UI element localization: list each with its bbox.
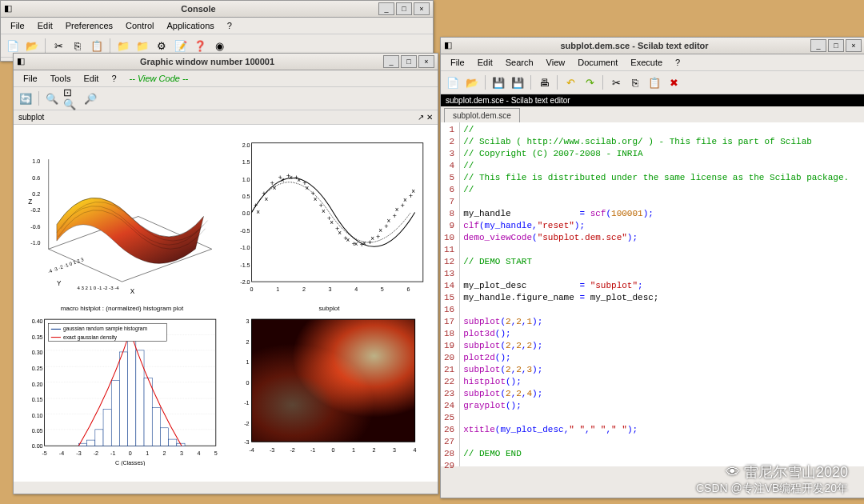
menu-edit[interactable]: Edit — [31, 19, 59, 32]
svg-text:×: × — [354, 241, 358, 248]
svg-rect-103 — [119, 352, 127, 446]
copy-icon[interactable]: ⎘ — [69, 37, 86, 54]
svg-text:-3: -3 — [76, 450, 81, 457]
graphic-window: ◧ Graphic window number 100001 _ □ × Fil… — [13, 53, 438, 494]
svg-text:0.05: 0.05 — [32, 428, 43, 434]
svg-text:1: 1 — [276, 286, 279, 293]
open-icon[interactable]: 📂 — [463, 74, 481, 91]
svg-text:1: 1 — [246, 359, 250, 366]
svg-text:3: 3 — [393, 447, 396, 454]
zoom-reset-icon[interactable]: 🔎 — [82, 90, 99, 107]
paste-icon[interactable]: 📋 — [88, 37, 106, 54]
maximize-button[interactable]: □ — [396, 2, 412, 15]
menu-applications[interactable]: Applications — [160, 19, 220, 32]
editor-window: ◧ subplot.dem.sce - Scilab text editor _… — [440, 37, 864, 498]
svg-text:-1.0: -1.0 — [30, 240, 40, 246]
close-button[interactable]: × — [846, 39, 862, 52]
minimize-button[interactable]: _ — [810, 39, 826, 52]
delete-icon[interactable]: ✖ — [665, 74, 682, 91]
svg-text:2: 2 — [302, 286, 306, 293]
svg-text:-2: -2 — [94, 450, 98, 457]
new-icon[interactable]: 📄 — [444, 74, 462, 91]
svg-text:Y: Y — [57, 280, 62, 287]
code-area[interactable]: 1234567891011121314151617181920212223242… — [441, 122, 864, 466]
plot2d: 2.01.51.00.50.0-0.5-1.0-1.5-2.0 0123456 … — [227, 131, 431, 302]
editor-app-icon: ◧ — [444, 40, 455, 51]
svg-text:1.0: 1.0 — [32, 158, 40, 165]
svg-text:0.2: 0.2 — [32, 191, 40, 198]
menu-file[interactable]: File — [4, 19, 31, 32]
svg-rect-108 — [160, 428, 168, 446]
folder-icon[interactable]: 📁 — [114, 37, 132, 54]
open-icon[interactable]: 📂 — [23, 37, 41, 54]
rotate-icon[interactable]: 🔄 — [17, 90, 34, 107]
svg-rect-109 — [169, 439, 177, 446]
graphic-titlebar[interactable]: ◧ Graphic window number 100001 _ □ × — [14, 54, 438, 70]
svg-text:0.40: 0.40 — [32, 318, 43, 325]
zoom-in-icon[interactable]: 🔍 — [43, 90, 61, 107]
svg-text:2: 2 — [246, 339, 250, 346]
console-title: Console — [18, 4, 378, 14]
menu-search[interactable]: Search — [499, 56, 540, 69]
print-icon[interactable]: 🖶 — [535, 74, 553, 91]
menu-tools[interactable]: Tools — [44, 72, 78, 85]
menu-file[interactable]: File — [17, 72, 44, 85]
text-icon[interactable]: 📝 — [172, 37, 190, 54]
menu-file[interactable]: File — [444, 56, 471, 69]
undo-icon[interactable]: ↶ — [562, 74, 579, 91]
minimize-button[interactable]: _ — [378, 2, 394, 15]
new-icon[interactable]: 📄 — [4, 37, 22, 54]
svg-text:-3: -3 — [270, 447, 274, 454]
menu-help[interactable]: ? — [221, 19, 238, 32]
help-icon[interactable]: ❓ — [191, 37, 209, 54]
redo-icon[interactable]: ↷ — [581, 74, 598, 91]
close-button[interactable]: × — [414, 2, 430, 15]
line-gutter: 1234567891011121314151617181920212223242… — [441, 122, 460, 466]
close-button[interactable]: × — [418, 55, 434, 68]
menu-execute[interactable]: Execute — [624, 56, 669, 69]
file-tab[interactable]: subplot.dem.sce — [444, 108, 520, 122]
paste-icon[interactable]: 📋 — [646, 74, 663, 91]
saveas-icon[interactable]: 💾 — [509, 74, 526, 91]
code-text[interactable]: // // Scilab ( http://www.scilab.org/ ) … — [460, 122, 852, 466]
menu-help[interactable]: ? — [669, 56, 686, 69]
svg-text:-5: -5 — [42, 450, 46, 457]
svg-text:1.0: 1.0 — [242, 177, 250, 183]
cut-icon[interactable]: ✂ — [607, 74, 625, 91]
svg-text:-0.2: -0.2 — [30, 207, 40, 214]
menu-view[interactable]: View — [540, 56, 572, 69]
folder2-icon[interactable]: 📁 — [134, 37, 151, 54]
svg-text:×: × — [378, 227, 382, 234]
svg-text:0.5: 0.5 — [242, 194, 250, 200]
svg-rect-100 — [95, 430, 103, 446]
menu-preferences[interactable]: Preferences — [59, 19, 119, 32]
maximize-button[interactable]: □ — [401, 55, 417, 68]
view-code-link[interactable]: -- View Code -- — [123, 72, 195, 85]
svg-text:5: 5 — [214, 450, 218, 457]
legend1: gaussian random sample histogram — [63, 326, 147, 332]
maximize-button[interactable]: □ — [828, 39, 844, 52]
save-icon[interactable]: 💾 — [490, 74, 507, 91]
hist-xlabel: C (Classes) — [115, 460, 145, 466]
svg-text:4  3  2  1  0 -1 -2 -3 -4: 4 3 2 1 0 -1 -2 -3 -4 — [77, 285, 119, 290]
prefs-icon[interactable]: ⚙ — [153, 37, 170, 54]
console-titlebar[interactable]: ◧ Console _ □ × — [1, 1, 433, 18]
svg-text:-0.5: -0.5 — [240, 228, 250, 234]
menu-document[interactable]: Document — [571, 56, 624, 69]
menu-edit[interactable]: Edit — [471, 56, 499, 69]
svg-text:×: × — [411, 188, 415, 195]
demos-icon[interactable]: ◉ — [210, 37, 228, 54]
cut-icon[interactable]: ✂ — [50, 37, 67, 54]
plot-grid: 1.0 0.6 0.2 -0.2 -0.6 -1.0 Z — [14, 125, 438, 482]
menu-edit[interactable]: Edit — [77, 72, 105, 85]
svg-text:0.30: 0.30 — [32, 350, 43, 356]
minimize-button[interactable]: _ — [383, 55, 399, 68]
menu-control[interactable]: Control — [119, 19, 160, 32]
editor-titlebar[interactable]: ◧ subplot.dem.sce - Scilab text editor _… — [441, 38, 864, 54]
copy-icon[interactable]: ⎘ — [626, 74, 644, 91]
zoom-area-icon[interactable]: ⊡🔍 — [62, 90, 80, 107]
editor-title: subplot.dem.sce - Scilab text editor — [458, 41, 810, 50]
svg-text:-2.0: -2.0 — [240, 279, 250, 286]
panel-controls[interactable]: ↗ ✕ — [418, 113, 433, 122]
menu-help[interactable]: ? — [105, 72, 122, 85]
